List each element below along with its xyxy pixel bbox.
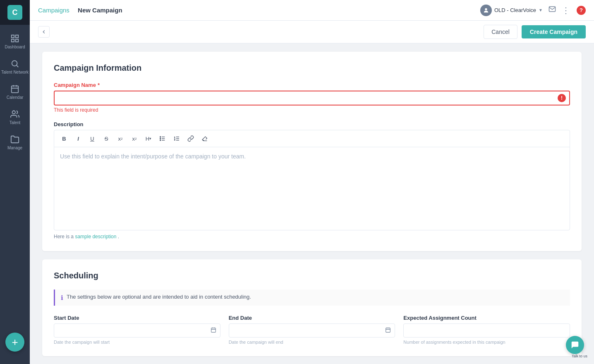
campaign-info-card: Campaign Information Campaign Name * ! T… [42, 52, 582, 251]
end-date-input[interactable] [229, 323, 395, 338]
end-date-label: End Date [229, 315, 395, 321]
search-icon [10, 59, 19, 68]
top-navigation: Campaigns New Campaign OLD - ClearVoice … [30, 0, 594, 21]
calendar-icon [10, 84, 19, 93]
sidebar-item-calendar[interactable]: Calendar [0, 79, 30, 105]
sidebar: C Dashboard Talent Network Calendar Tale… [0, 0, 30, 364]
svg-point-17 [160, 140, 161, 141]
help-icon[interactable]: ? [577, 6, 586, 15]
breadcrumb-separator [73, 7, 74, 14]
assignment-count-input-wrapper [403, 323, 570, 338]
start-date-label: Start Date [54, 315, 220, 321]
grid-icon [10, 34, 19, 43]
sidebar-item-manage[interactable]: Manage [0, 130, 30, 155]
bold-button[interactable]: B [58, 133, 70, 144]
start-date-helper: Date the campaign will start [54, 340, 220, 345]
breadcrumb: Campaigns New Campaign [38, 7, 122, 14]
svg-point-10 [12, 111, 15, 114]
app-logo-icon: C [7, 5, 22, 20]
toolbar-left [38, 26, 50, 38]
more-icon[interactable]: ⋮ [562, 5, 571, 15]
sidebar-item-label: Dashboard [5, 45, 25, 49]
link-button[interactable] [185, 133, 196, 144]
sidebar-item-talent-network[interactable]: Talent Network [0, 54, 30, 79]
svg-point-16 [160, 138, 161, 139]
assignment-count-field: Expected Assignment Count Number of assi… [403, 315, 570, 345]
campaign-name-label: Campaign Name * [54, 82, 570, 88]
underline-button[interactable]: U [86, 133, 98, 144]
scheduling-notice: ℹ The settings below are optional and ar… [54, 290, 570, 306]
svg-rect-3 [16, 39, 18, 42]
calendar-end-icon [385, 327, 391, 334]
svg-line-5 [17, 65, 18, 67]
rte-body[interactable]: Use this field to explain the intent/pur… [54, 147, 570, 230]
svg-rect-2 [12, 39, 14, 42]
assignment-count-label: Expected Assignment Count [403, 315, 570, 321]
end-date-input-wrapper [229, 323, 395, 338]
superscript-button[interactable]: x2 [115, 133, 126, 144]
italic-button[interactable]: I [72, 133, 84, 144]
sidebar-item-label: Talent [10, 120, 21, 125]
sidebar-item-talent[interactable]: Talent [0, 105, 30, 130]
campaign-info-title: Campaign Information [54, 63, 570, 73]
breadcrumb-campaigns[interactable]: Campaigns [38, 7, 69, 14]
svg-rect-21 [211, 328, 216, 333]
page-content: Campaign Information Campaign Name * ! T… [30, 43, 594, 364]
error-icon: ! [558, 94, 566, 102]
sidebar-item-label: Calendar [7, 95, 24, 100]
avatar [480, 5, 492, 16]
sample-description-link[interactable]: sample description [75, 234, 116, 239]
ordered-list-button[interactable] [171, 133, 182, 144]
required-indicator: * [98, 82, 100, 88]
users-icon [10, 110, 19, 119]
scheduling-title: Scheduling [54, 271, 570, 280]
breadcrumb-current-page: New Campaign [78, 7, 122, 14]
chevron-down-icon: ▼ [539, 8, 543, 12]
sidebar-item-dashboard[interactable]: Dashboard [0, 29, 30, 54]
topnav-right: OLD - ClearVoice ▼ ⋮ ? [480, 5, 586, 16]
strikethrough-button[interactable]: S [101, 133, 112, 144]
rich-text-editor: B I U S x2 x2 H▾ [54, 130, 570, 230]
svg-point-15 [160, 136, 161, 137]
eraser-button[interactable] [199, 133, 211, 144]
start-date-input[interactable] [54, 323, 220, 338]
svg-rect-0 [12, 35, 14, 38]
start-date-input-wrapper [54, 323, 220, 338]
error-message: This field is required [54, 107, 570, 113]
sidebar-logo: C [0, 0, 30, 25]
svg-point-4 [12, 61, 17, 66]
scheduling-notice-text: The settings below are optional and are … [67, 294, 251, 300]
user-info[interactable]: OLD - ClearVoice ▼ [480, 5, 543, 16]
subscript-button[interactable]: x2 [129, 133, 140, 144]
toolbar-right: Cancel Create Campaign [484, 25, 586, 39]
description-helper: Here is a sample description . [54, 234, 570, 239]
svg-rect-25 [386, 328, 390, 333]
sidebar-item-label: Talent Network [1, 70, 29, 74]
sidebar-item-label: Manage [7, 146, 22, 150]
campaign-name-input[interactable] [54, 91, 570, 105]
main-area: Campaigns New Campaign OLD - ClearVoice … [30, 0, 594, 364]
end-date-field: End Date Date the campaign will end [229, 315, 395, 345]
start-date-field: Start Date Date the campaign will start [54, 315, 220, 345]
campaign-name-input-wrapper: ! [54, 91, 570, 105]
heading-button[interactable]: H▾ [143, 133, 154, 144]
folder-icon [10, 135, 19, 144]
bullet-list-button[interactable] [157, 133, 168, 144]
end-date-helper: Date the campaign will end [229, 340, 395, 345]
sidebar-nav: Dashboard Talent Network Calendar Talent… [0, 25, 30, 364]
assignment-count-helper: Number of assignments expected in this c… [403, 340, 570, 345]
assignment-count-input[interactable] [403, 323, 570, 338]
date-row: Start Date Date the campaign will start … [54, 315, 570, 345]
calendar-start-icon [211, 327, 216, 334]
mail-icon[interactable] [548, 5, 556, 15]
cancel-button[interactable]: Cancel [484, 25, 517, 39]
description-label: Description [54, 121, 570, 127]
svg-rect-1 [16, 35, 18, 38]
back-button[interactable] [38, 26, 50, 38]
chat-label: Talk to us [572, 354, 587, 358]
fab-button[interactable]: + [5, 333, 24, 352]
info-icon: ℹ [61, 294, 63, 302]
chat-widget-button[interactable] [566, 336, 584, 354]
toolbar: Cancel Create Campaign [30, 21, 594, 43]
create-campaign-button[interactable]: Create Campaign [522, 25, 586, 38]
